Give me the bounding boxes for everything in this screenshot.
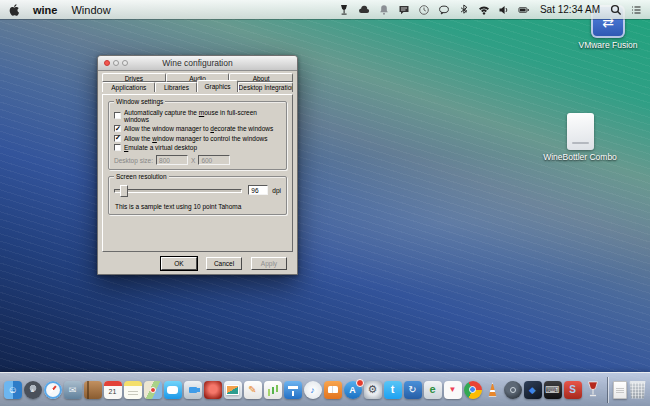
menu-bar-status-area: Sat 12:34 AM [338,4,642,16]
checkbox-box[interactable] [114,135,121,142]
dock-documents-stack[interactable] [613,381,627,399]
ok-button[interactable]: OK [161,257,197,270]
apple-menu-icon[interactable] [8,3,21,17]
tab-strip: DrivesAudioAbout ApplicationsLibrariesGr… [102,73,293,94]
graphics-tab-panel: Window settings Automatically capture th… [102,94,293,252]
tab-drives[interactable]: Drives [102,73,166,82]
zoom-button[interactable] [122,60,128,66]
checkbox-automatically-capture-the-mouse-in[interactable]: Automatically capture the mouse in full-… [114,109,281,123]
sample-text: This is a sample text using 10 point Tah… [115,203,280,210]
dock-keynote[interactable] [284,381,302,399]
dock-notes[interactable] [124,381,142,399]
dpi-slider[interactable] [114,184,242,196]
tab-about[interactable]: About [229,73,293,82]
dock-facetime[interactable] [184,381,202,399]
tab-desktop-integration[interactable]: Desktop Integration [238,82,293,92]
dpi-slider-row: dpi [114,184,281,196]
checkbox-box[interactable] [114,144,121,151]
dock-pages[interactable] [244,381,262,399]
group-title: Window settings [114,98,165,106]
dock-finder[interactable] [4,381,22,399]
desktop-size-label: Desktop size: [114,157,153,164]
dock-trash[interactable] [629,381,647,399]
dock-app-store[interactable] [344,381,362,399]
app-menu-wine[interactable]: wine [33,4,57,16]
menu-bar: wine Window Sat 12:34 AM [0,0,650,19]
desktop-icon-label: VMware Fusion [572,40,644,50]
dock-separator [607,377,608,403]
dock-twitter[interactable] [384,381,402,399]
dock-type2phone[interactable] [544,381,562,399]
bluetooth-icon[interactable] [458,4,470,16]
winebottler-disk-icon [567,113,594,150]
spotlight-icon[interactable] [610,4,622,16]
times-label: X [191,157,195,164]
slider-track [114,189,242,193]
dock-calendar[interactable] [104,381,122,399]
menu-clock[interactable]: Sat 12:34 AM [540,4,600,15]
dock-iphoto[interactable] [224,381,242,399]
dock-steam[interactable] [504,381,522,399]
dock-vlc[interactable] [484,381,502,399]
volume-icon[interactable] [498,4,510,16]
tab-graphics[interactable]: Graphics [197,80,237,92]
group-title: Screen resolution [114,173,169,181]
window-titlebar[interactable]: Wine configuration [98,56,297,71]
dialog-buttons: OK Cancel Apply [152,257,287,270]
dock [0,372,650,406]
speech-bubble-icon[interactable] [438,4,450,16]
cancel-button[interactable]: Cancel [206,257,242,270]
checkbox-label: Emulate a virtual desktop [124,144,197,151]
checkbox-label: Automatically capture the mouse in full-… [124,109,281,123]
desktop-height-input [198,155,230,165]
battery-icon[interactable] [518,4,530,16]
wifi-icon[interactable] [478,4,490,16]
dock-launchpad[interactable] [24,381,42,399]
dock-sync-app[interactable] [404,381,422,399]
dock-ibooks[interactable] [324,381,342,399]
chat-icon[interactable] [398,4,410,16]
bell-icon[interactable] [378,4,390,16]
minimize-button[interactable] [113,60,119,66]
checkbox-box[interactable] [114,112,121,119]
checkbox-label: Allow the window manager to control the … [124,135,267,142]
dock-chrome[interactable] [464,381,482,399]
window-settings-group: Window settings Automatically capture th… [108,101,287,170]
dpi-input[interactable] [248,185,268,195]
dock-evernote[interactable] [424,381,442,399]
dock-safari[interactable] [44,381,62,399]
window-body: DrivesAudioAbout ApplicationsLibrariesGr… [98,71,297,274]
tab-libraries[interactable]: Libraries [155,82,197,92]
dock-modeling-app[interactable] [524,381,542,399]
dock-numbers[interactable] [264,381,282,399]
close-button[interactable] [104,60,110,66]
dock-wine[interactable] [584,381,602,399]
checkbox-allow-the-window-manager-to-contro[interactable]: Allow the window manager to control the … [114,135,281,142]
menu-window[interactable]: Window [71,4,110,16]
checkbox-box[interactable] [114,125,121,132]
dock-itunes[interactable] [304,381,322,399]
dock-messages[interactable] [164,381,182,399]
checkbox-allow-the-window-manager-to-decora[interactable]: Allow the window manager to decorate the… [114,125,281,132]
wine-glass-icon[interactable] [338,4,350,16]
dock-contacts[interactable] [84,381,102,399]
desktop: wine Window Sat 12:34 AM ⇄ VMware Fusion… [0,0,650,406]
dock-mail[interactable] [64,381,82,399]
desktop-icon-winebottler-combo[interactable]: WineBottler Combo [543,113,617,162]
dock-photo-booth[interactable] [204,381,222,399]
cloud-icon[interactable] [358,4,370,16]
dock-screen-recorder[interactable] [564,381,582,399]
notification-center-icon[interactable] [630,4,642,16]
dock-pocket[interactable] [444,381,462,399]
dock-maps[interactable] [144,381,162,399]
checkbox-label: Allow the window manager to decorate the… [124,125,273,132]
dock-system-preferences[interactable] [364,381,382,399]
wine-configuration-window: Wine configuration DrivesAudioAbout Appl… [97,55,298,275]
tab-applications[interactable]: Applications [102,82,155,92]
desktop-icon-label: WineBottler Combo [543,152,617,162]
checkbox-emulate-a-virtual-desktop[interactable]: Emulate a virtual desktop [114,144,281,151]
slider-thumb[interactable] [120,185,128,197]
screen-resolution-group: Screen resolution dpi This is a sample t… [108,176,287,215]
menu-bar-left: wine Window [8,3,111,17]
clock-icon[interactable] [418,4,430,16]
